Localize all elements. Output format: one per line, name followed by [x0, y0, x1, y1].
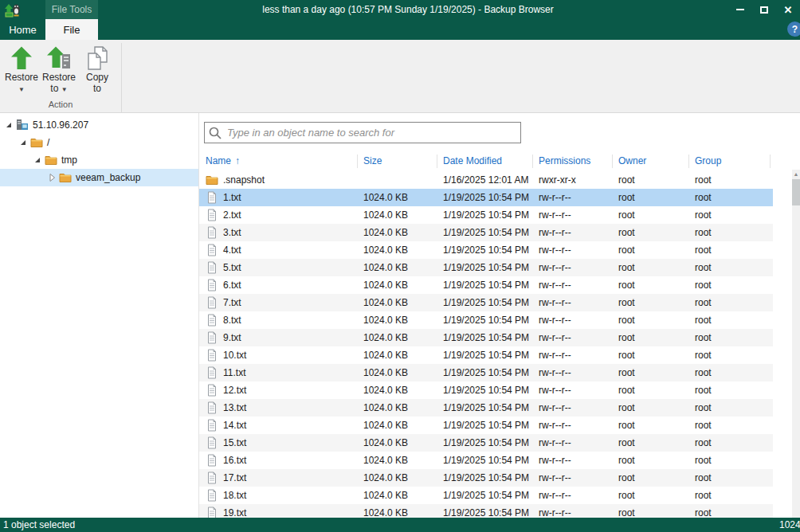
file-date-modified: 1/19/2025 10:54 PM [443, 329, 529, 346]
vertical-scrollbar[interactable]: ▲ [792, 170, 800, 518]
table-row[interactable]: 4.txt 1024.0 KB 1/19/2025 10:54 PM rw-r-… [199, 241, 773, 259]
file-owner: root [618, 171, 635, 189]
column-separator[interactable] [532, 155, 533, 168]
file-permissions: rw-r--r-- [539, 311, 571, 329]
file-group: root [695, 434, 712, 452]
table-row[interactable]: 13.txt 1024.0 KB 1/19/2025 10:54 PM rw-r… [199, 399, 773, 417]
app-icon[interactable] [4, 2, 22, 19]
folder-tree: 51.10.96.207 / [0, 113, 199, 518]
help-button[interactable]: ? [787, 22, 800, 37]
tree-item-label: 51.10.96.207 [33, 119, 88, 131]
file-owner: root [618, 189, 635, 206]
file-date-modified: 1/19/2025 10:54 PM [443, 434, 529, 452]
column-separator[interactable] [357, 155, 358, 168]
tree-item[interactable]: veeam_backup [0, 169, 198, 186]
file-name: 13.txt [223, 399, 246, 417]
tree-item[interactable]: 51.10.96.207 [0, 116, 198, 134]
table-row[interactable]: 9.txt 1024.0 KB 1/19/2025 10:54 PM rw-r-… [199, 329, 773, 346]
tree-item[interactable]: / [0, 134, 198, 151]
table-row[interactable]: 18.txt 1024.0 KB 1/19/2025 10:54 PM rw-r… [199, 487, 773, 504]
column-header-size[interactable]: Size [363, 151, 382, 171]
table-row[interactable]: 3.txt 1024.0 KB 1/19/2025 10:54 PM rw-r-… [199, 224, 773, 241]
column-header-date-modified[interactable]: Date Modified [443, 151, 502, 171]
ribbon-group-label-action: Action [0, 100, 121, 109]
file-date-modified: 1/19/2025 10:54 PM [443, 364, 529, 381]
table-row[interactable]: 15.txt 1024.0 KB 1/19/2025 10:54 PM rw-r… [199, 434, 773, 452]
maximize-icon [760, 6, 768, 14]
file-permissions: rw-r--r-- [539, 241, 571, 259]
search-box[interactable] [204, 122, 521, 143]
tab-home[interactable]: Home [0, 19, 45, 40]
column-separator[interactable] [437, 155, 437, 168]
file-icon [206, 314, 218, 327]
file-permissions: rw-r--r-- [539, 294, 571, 311]
file-name: 12.txt [223, 381, 246, 399]
copy-to-button[interactable]: Copy to [79, 44, 116, 94]
file-owner: root [618, 294, 635, 311]
window-chrome: File Tools less than a day ago (10:57 PM… [0, 0, 800, 40]
file-date-modified: 1/19/2025 10:54 PM [443, 399, 529, 417]
file-icon [206, 401, 218, 414]
scrollbar-up-arrow-icon[interactable]: ▲ [792, 171, 800, 177]
table-row[interactable]: 19.txt 1024.0 KB 1/19/2025 10:54 PM rw-r… [199, 504, 773, 518]
file-date-modified: 1/19/2025 10:54 PM [443, 206, 529, 224]
column-header-permissions[interactable]: Permissions [539, 151, 590, 171]
file-size: 1024.0 KB [363, 329, 408, 346]
contextual-tab-file-tools[interactable]: File Tools [45, 0, 98, 19]
table-row[interactable]: 1.txt 1024.0 KB 1/19/2025 10:54 PM rw-r-… [199, 189, 773, 206]
file-group: root [695, 224, 712, 241]
table-row[interactable]: .snapshot 1/16/2025 12:01 AM rwxr-xr-x r… [199, 171, 773, 189]
folder-icon [206, 174, 218, 186]
file-date-modified: 1/19/2025 10:54 PM [443, 189, 529, 206]
column-header-name[interactable]: Name↑ [206, 151, 240, 171]
column-header-group[interactable]: Group [695, 151, 721, 171]
file-group: root [695, 399, 712, 417]
table-row[interactable]: 7.txt 1024.0 KB 1/19/2025 10:54 PM rw-r-… [199, 294, 773, 311]
file-icon [206, 261, 218, 274]
column-separator[interactable] [688, 155, 689, 168]
tree-item-label: veeam_backup [76, 172, 140, 183]
maximize-button[interactable] [752, 0, 776, 19]
scrollbar-thumb[interactable] [792, 179, 800, 205]
file-name: 7.txt [223, 294, 241, 311]
file-size: 1024.0 KB [363, 399, 408, 417]
table-row[interactable]: 16.txt 1024.0 KB 1/19/2025 10:54 PM rw-r… [199, 452, 773, 469]
column-separator[interactable] [770, 155, 771, 168]
file-group: root [695, 381, 712, 399]
tree-item-label: tmp [61, 155, 77, 166]
folder-icon [45, 154, 58, 166]
file-group: root [695, 487, 712, 504]
file-date-modified: 1/19/2025 10:54 PM [443, 346, 529, 364]
search-input[interactable] [227, 127, 517, 139]
expanded-arrow-icon[interactable] [5, 120, 16, 130]
file-permissions: rw-r--r-- [539, 417, 571, 434]
tab-file[interactable]: File [45, 19, 98, 40]
table-row[interactable]: 6.txt 1024.0 KB 1/19/2025 10:54 PM rw-r-… [199, 276, 773, 294]
file-group: root [695, 452, 712, 469]
table-row[interactable]: 12.txt 1024.0 KB 1/19/2025 10:54 PM rw-r… [199, 381, 773, 399]
close-icon: ✕ [784, 5, 793, 15]
close-button[interactable]: ✕ [776, 0, 800, 19]
table-row[interactable]: 14.txt 1024.0 KB 1/19/2025 10:54 PM rw-r… [199, 417, 773, 434]
file-owner: root [618, 434, 635, 452]
table-row[interactable]: 8.txt 1024.0 KB 1/19/2025 10:54 PM rw-r-… [199, 311, 773, 329]
table-row[interactable]: 2.txt 1024.0 KB 1/19/2025 10:54 PM rw-r-… [199, 206, 773, 224]
column-separator[interactable] [612, 155, 613, 168]
file-name: 8.txt [223, 311, 241, 329]
table-row[interactable]: 11.txt 1024.0 KB 1/19/2025 10:54 PM rw-r… [199, 364, 773, 381]
minimize-button[interactable] [728, 0, 752, 19]
tree-item[interactable]: tmp [0, 151, 198, 169]
file-name: 6.txt [223, 276, 241, 294]
column-header-owner[interactable]: Owner [618, 151, 646, 171]
restore-button[interactable]: Restore ▼ [3, 44, 40, 96]
table-row[interactable]: 17.txt 1024.0 KB 1/19/2025 10:54 PM rw-r… [199, 469, 773, 487]
file-size: 1024.0 KB [363, 469, 408, 487]
file-permissions: rw-r--r-- [539, 364, 571, 381]
expanded-arrow-icon[interactable] [19, 138, 30, 147]
restore-to-button[interactable]: Restore to ▼ [41, 44, 77, 96]
expanded-arrow-icon[interactable] [33, 155, 45, 165]
table-row[interactable]: 10.txt 1024.0 KB 1/19/2025 10:54 PM rw-r… [199, 346, 773, 364]
collapsed-arrow-icon[interactable] [48, 173, 59, 182]
file-size: 1024.0 KB [363, 381, 408, 399]
table-row[interactable]: 5.txt 1024.0 KB 1/19/2025 10:54 PM rw-r-… [199, 259, 773, 276]
